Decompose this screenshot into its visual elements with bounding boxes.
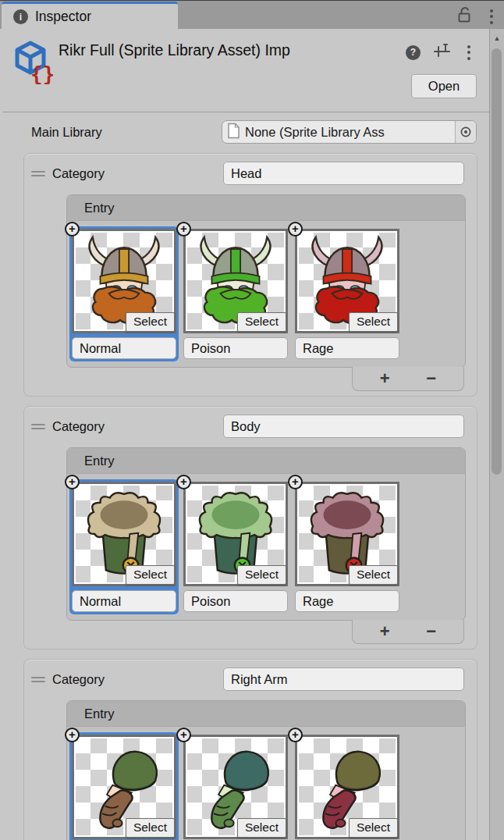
tab-bar: i Inspector xyxy=(0,0,504,29)
sprite-thumbnail[interactable]: Select xyxy=(72,482,176,586)
sprite-thumbnail[interactable]: Select xyxy=(183,229,288,333)
entry-section-header: Entry xyxy=(67,195,465,221)
inspector-content: Main Library None (Sprite Library Ass Ca… xyxy=(2,112,489,840)
entry-name-input[interactable] xyxy=(295,590,399,612)
window-menu-icon[interactable] xyxy=(487,7,496,27)
entry-list-footer: + − xyxy=(352,367,464,391)
add-sprite-badge-icon[interactable]: + xyxy=(288,222,303,237)
entry-item-poison[interactable]: + Select xyxy=(181,226,290,361)
sprite-library-asset-icon: {} xyxy=(9,37,53,87)
select-sprite-button[interactable]: Select xyxy=(349,818,398,838)
object-picker-icon[interactable] xyxy=(455,121,476,143)
select-sprite-button[interactable]: Select xyxy=(126,818,175,838)
category-name-input-body[interactable] xyxy=(223,415,464,438)
category-name-input-head[interactable] xyxy=(223,162,464,185)
add-sprite-badge-icon[interactable]: + xyxy=(176,222,191,237)
select-sprite-button[interactable]: Select xyxy=(126,312,175,332)
select-sprite-button[interactable]: Select xyxy=(349,565,398,585)
entry-name-input[interactable] xyxy=(72,590,176,612)
select-sprite-button[interactable]: Select xyxy=(237,312,286,332)
entry-name-input[interactable] xyxy=(183,590,288,612)
entry-list: + Select + Select + xyxy=(67,727,465,840)
select-sprite-button[interactable]: Select xyxy=(237,565,286,585)
category-box: Category Entry + Select + Select xyxy=(23,659,477,840)
add-entry-button[interactable]: + xyxy=(371,624,399,639)
header-menu-icon[interactable] xyxy=(464,43,474,62)
sprite-thumbnail[interactable]: Select xyxy=(295,229,399,333)
presets-icon[interactable] xyxy=(433,41,452,63)
entry-list: + Select + Select + xyxy=(67,474,465,620)
select-sprite-button[interactable]: Select xyxy=(349,312,398,332)
open-button[interactable]: Open xyxy=(411,74,477,98)
entry-name-input[interactable] xyxy=(295,337,399,359)
entry-item-poison[interactable]: + Select xyxy=(181,732,290,840)
entry-item-rage[interactable]: + Select xyxy=(293,732,402,840)
entry-name-input[interactable] xyxy=(72,337,176,359)
add-sprite-badge-icon[interactable]: + xyxy=(176,475,191,489)
main-library-label: Main Library xyxy=(31,125,222,140)
entry-item-normal[interactable]: + Select xyxy=(69,226,179,361)
add-sprite-badge-icon[interactable]: + xyxy=(288,475,303,489)
main-library-value: None (Sprite Library Ass xyxy=(245,125,455,140)
sprite-thumbnail[interactable]: Select xyxy=(295,482,399,586)
add-sprite-badge-icon[interactable]: + xyxy=(176,728,191,742)
asset-title: Rikr Full (Sprite Library Asset) Imp xyxy=(59,41,389,59)
add-sprite-badge-icon[interactable]: + xyxy=(65,475,80,489)
vertical-scrollbar[interactable]: ▲ xyxy=(489,29,504,840)
svg-text:{}: {} xyxy=(30,62,53,84)
entry-item-rage[interactable]: + Select xyxy=(293,479,402,614)
entry-name-input[interactable] xyxy=(183,337,288,359)
remove-entry-button[interactable]: − xyxy=(417,371,445,386)
scrollbar-thumb[interactable] xyxy=(492,48,502,475)
asset-file-icon xyxy=(227,123,240,142)
unlock-icon[interactable] xyxy=(456,5,473,27)
entry-box: Entry + Select + Select + xyxy=(66,700,466,840)
category-label: Category xyxy=(52,166,216,181)
entry-item-normal[interactable]: + Select xyxy=(69,479,179,614)
drag-handle-icon[interactable] xyxy=(31,169,45,179)
category-name-input-right-arm[interactable] xyxy=(223,667,464,691)
inspector-window: { "tab_bar": { "tab_label": "Inspector" … xyxy=(0,0,504,840)
select-sprite-button[interactable]: Select xyxy=(237,818,286,838)
help-icon[interactable]: ? xyxy=(406,45,421,60)
add-sprite-badge-icon[interactable]: + xyxy=(288,728,303,742)
entry-box: Entry + Select + Select + xyxy=(66,447,466,621)
sprite-thumbnail[interactable]: Select xyxy=(72,229,176,333)
entry-list-footer: + − xyxy=(352,620,464,644)
add-entry-button[interactable]: + xyxy=(371,371,399,386)
entry-item-poison[interactable]: + Select xyxy=(181,479,290,614)
entry-list: + Select + Select xyxy=(67,221,465,367)
select-sprite-button[interactable]: Select xyxy=(126,565,175,585)
importer-header: {} Rikr Full (Sprite Library Asset) Imp … xyxy=(2,29,489,112)
sprite-thumbnail[interactable]: Select xyxy=(295,735,399,839)
sprite-thumbnail[interactable]: Select xyxy=(183,482,288,586)
entry-item-normal[interactable]: + Select xyxy=(69,732,179,840)
category-label: Category xyxy=(52,419,216,434)
drag-handle-icon[interactable] xyxy=(31,674,45,685)
info-icon: i xyxy=(13,9,28,24)
scroll-up-arrow-icon[interactable]: ▲ xyxy=(490,29,504,48)
category-label: Category xyxy=(52,672,216,687)
entry-section-header: Entry xyxy=(67,701,465,727)
entry-section-header: Entry xyxy=(67,448,465,474)
category-box: Category Entry + Select + xyxy=(23,153,477,397)
add-sprite-badge-icon[interactable]: + xyxy=(65,728,80,742)
remove-entry-button[interactable]: − xyxy=(417,624,445,639)
entry-box: Entry + Select + Select xyxy=(66,194,466,368)
tab-inspector[interactable]: i Inspector xyxy=(2,2,178,30)
entry-item-rage[interactable]: + Select xyxy=(293,226,402,361)
sprite-thumbnail[interactable]: Select xyxy=(183,735,288,839)
tab-label: Inspector xyxy=(35,9,91,25)
main-library-object-field[interactable]: None (Sprite Library Ass xyxy=(222,120,477,144)
drag-handle-icon[interactable] xyxy=(31,422,45,432)
add-sprite-badge-icon[interactable]: + xyxy=(65,222,80,237)
category-box: Category Entry + Select + Select xyxy=(23,406,477,650)
sprite-thumbnail[interactable]: Select xyxy=(72,735,176,839)
